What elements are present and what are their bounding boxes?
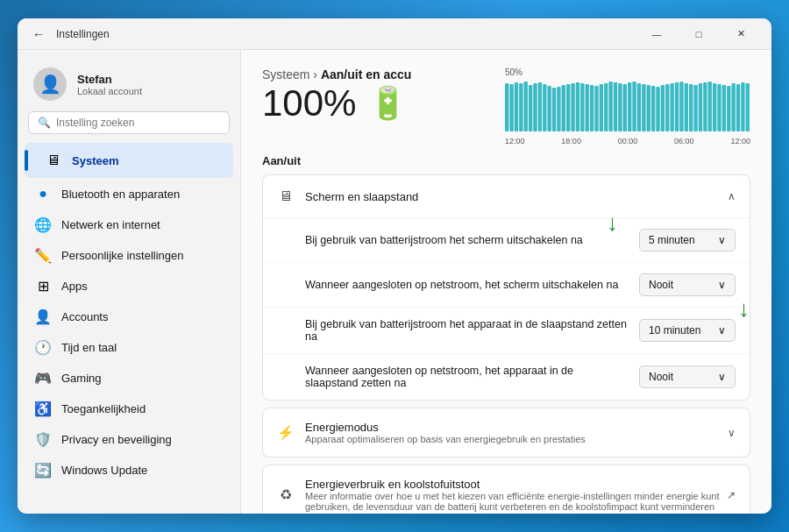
svg-rect-36 [675,82,679,131]
sidebar-item-tijd[interactable]: 🕐 Tijd en taal [25,332,233,362]
energiemodus-sub: Apparaat optimaliseren op basis van ener… [305,434,728,444]
sidebar-item-toegankelijkheid[interactable]: ♿ Toegankelijkheid [25,394,233,423]
dropdown-chevron: ∨ [718,324,726,337]
battery-icon: 🔋 [368,85,408,122]
tijd-icon: 🕐 [35,339,51,355]
avatar: 👤 [33,67,67,101]
sidebar-item-label: Toegankelijkheid [61,402,146,415]
user-account-type: Lokaal account [77,86,142,96]
svg-rect-3 [519,83,522,131]
energieverbruik-card: ♻ Energieverbruik en koolstofuitstoot Me… [262,465,750,514]
net-sleep-label: Wanneer aangesloten op netstroom, het ap… [305,365,629,389]
battery-sleep-dropdown[interactable]: 10 minuten ∨ [639,319,736,342]
sidebar-item-windows[interactable]: 🔄 Windows Update [25,455,233,485]
svg-rect-1 [509,84,513,131]
svg-rect-31 [651,86,655,131]
titlebar-title: Instellingen [56,28,636,40]
apps-icon: ⊞ [35,278,51,294]
scherm-card-header[interactable]: 🖥 Scherm en slaapstand ∧ [263,175,750,217]
energieverbruik-header[interactable]: ♻ Energieverbruik en koolstofuitstoot Me… [263,465,750,514]
breadcrumb: Systeem › Aan/uit en accu [262,67,411,82]
sidebar-item-label: Accounts [61,310,108,323]
battery-bar-chart: .bar { fill: #3cb8c0; } // Will be rende… [505,79,750,131]
search-box[interactable]: 🔍 [28,111,230,134]
setting-row-battery-sleep: Bij gebruik van batterijstroom het appar… [263,308,750,354]
systeem-icon: 🖥 [46,153,61,168]
svg-rect-45 [717,84,721,131]
svg-rect-41 [699,83,702,131]
maximize-button[interactable]: □ [679,21,719,47]
chart-y-label: 50% [505,67,750,77]
toegankelijkheid-icon: ♿ [35,401,51,416]
svg-rect-24 [618,83,622,131]
sidebar-item-privacy[interactable]: 🛡️ Privacy en beveiliging [25,424,233,454]
sidebar-item-netwerk[interactable]: 🌐 Netwerk en internet [25,209,233,239]
bluetooth-icon: ● [35,186,51,202]
search-input[interactable] [56,117,220,129]
privacy-icon: 🛡️ [35,431,51,447]
svg-rect-18 [590,85,594,131]
svg-rect-23 [614,82,617,131]
svg-rect-2 [515,82,518,131]
netwerk-icon: 🌐 [35,216,51,232]
dropdown-chevron: ∨ [718,371,726,383]
sidebar-item-label: Apps [61,280,88,293]
svg-rect-47 [727,86,730,131]
sidebar-item-label: Persoonlijke instellingen [61,249,183,262]
sidebar: 👤 Stefan Lokaal account 🔍 🖥 Systeem ● Bl… [18,50,241,514]
svg-rect-8 [543,84,546,131]
setting-row-battery-screen: Bij gebruik van batterijstroom het scher… [263,218,750,263]
energieverbruik-icon: ♻ [277,486,295,504]
svg-rect-14 [571,83,574,131]
svg-rect-49 [736,84,740,131]
battery-screen-dropdown[interactable]: 5 minuten ∨ [639,229,736,252]
sidebar-item-label: Tijd en taal [61,341,117,354]
close-button[interactable]: ✕ [721,21,761,47]
gaming-icon: 🎮 [35,370,51,386]
persoonlijk-icon: ✏️ [35,247,51,263]
svg-rect-15 [576,82,579,131]
sidebar-item-gaming[interactable]: 🎮 Gaming [25,363,233,393]
svg-rect-16 [580,83,584,131]
net-screen-dropdown[interactable]: Nooit ∨ [639,273,736,296]
top-header: Systeem › Aan/uit en accu 100% 🔋 50% [262,67,750,145]
window-controls: — □ ✕ [636,21,761,47]
svg-rect-42 [703,82,707,131]
svg-rect-0 [505,83,508,131]
breadcrumb-parent: Systeem [262,67,309,82]
dropdown-chevron: ∨ [718,234,726,246]
battery-screen-label: Bij gebruik van batterijstroom het scher… [305,234,629,246]
back-button[interactable]: ← [28,24,49,45]
svg-rect-22 [608,82,612,131]
svg-rect-39 [689,84,693,131]
energiemodus-icon: ⚡ [277,424,295,442]
minimize-button[interactable]: — [636,21,677,47]
svg-rect-20 [600,84,603,131]
energiemodus-chevron: ∨ [728,427,736,439]
sidebar-item-bluetooth[interactable]: ● Bluetooth en apparaten [25,179,233,209]
energieverbruik-title: Energieverbruik en koolstofuitstoot [305,478,727,491]
svg-rect-26 [628,82,631,131]
svg-rect-13 [566,84,570,131]
svg-rect-19 [594,86,598,131]
svg-rect-28 [637,83,641,131]
energieverbruik-link-icon: ↗ [727,489,736,501]
svg-rect-40 [693,85,697,131]
net-sleep-dropdown[interactable]: Nooit ∨ [639,365,736,388]
sidebar-item-accounts[interactable]: 👤 Accounts [25,301,233,331]
sidebar-item-apps[interactable]: ⊞ Apps [25,271,233,301]
sidebar-item-label: Bluetooth en apparaten [61,188,180,201]
sidebar-item-systeem[interactable]: 🖥 Systeem [25,143,233,178]
svg-rect-29 [642,84,645,131]
energiemodus-header[interactable]: ⚡ Energiemodus Apparaat optimaliseren op… [263,408,750,457]
svg-rect-10 [552,88,556,131]
svg-rect-7 [538,82,542,131]
sidebar-item-persoonlijk[interactable]: ✏️ Persoonlijke instellingen [25,240,233,270]
setting-row-net-screen: Wanneer aangesloten op netstroom, het sc… [263,263,750,308]
energiemodus-title: Energiemodus [305,421,728,434]
svg-rect-27 [632,82,636,131]
svg-rect-6 [533,83,537,131]
settings-window: ← Instellingen — □ ✕ 👤 Stefan Lokaal acc… [18,18,771,514]
section-aanuit: Aan/uit [262,154,750,167]
svg-rect-30 [647,85,650,131]
